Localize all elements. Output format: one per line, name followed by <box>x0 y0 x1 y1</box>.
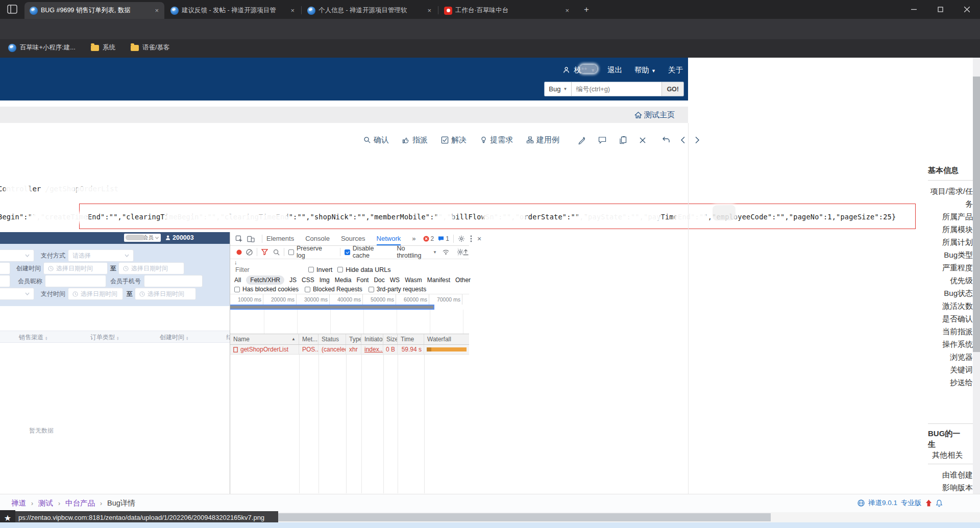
tab-bug-9699[interactable]: BUG #9699 销售订单列表, 数据 × <box>24 2 164 19</box>
type-chip[interactable]: CSS <box>302 276 314 284</box>
tab-workbench[interactable]: 工作台·百草味中台 × <box>439 2 575 19</box>
create-time-end[interactable]: 选择日期时间 <box>118 262 184 274</box>
create-time-start[interactable]: 选择日期时间 <box>43 262 108 274</box>
breadcrumb-test[interactable]: 测试 <box>38 498 53 508</box>
column-type[interactable]: Type <box>346 334 361 344</box>
tab-network[interactable]: Network <box>377 232 401 245</box>
network-filter-input[interactable] <box>234 266 300 274</box>
version-link[interactable]: 禅道9.0.1 <box>868 498 897 508</box>
network-request-row[interactable]: getShopOrderList POS... (canceled) xhr i… <box>230 345 469 355</box>
type-chip[interactable]: Fetch/XHR <box>246 275 284 285</box>
new-tab-button[interactable]: + <box>584 5 589 15</box>
column-header[interactable]: 创建时间▲▼ <box>160 333 188 342</box>
bookmark-bcw-miniapp[interactable]: 百草味+小程序:建... <box>8 43 76 52</box>
tab-close-icon[interactable]: × <box>564 7 571 14</box>
breadcrumb-product[interactable]: 中台产品 <box>65 498 95 508</box>
pay-method-select[interactable]: 请选择 <box>68 249 134 262</box>
devtools-settings-icon[interactable] <box>458 235 465 242</box>
comment-icon[interactable] <box>598 136 606 144</box>
cutoff-select[interactable] <box>0 249 34 262</box>
inspect-element-icon[interactable] <box>235 235 243 243</box>
type-chip[interactable]: JS <box>289 276 297 284</box>
cutoff-input[interactable] <box>0 262 10 274</box>
tab-sources[interactable]: Sources <box>341 232 365 245</box>
pay-time-start[interactable]: 选择日期时间 <box>68 288 123 300</box>
column-name[interactable]: Name▲ <box>230 334 299 344</box>
third-party-checkbox[interactable] <box>369 287 374 292</box>
hide-data-urls-checkbox[interactable] <box>337 267 343 272</box>
type-chip[interactable]: Img <box>320 276 330 284</box>
devtools-close-icon[interactable]: × <box>477 235 481 243</box>
tab-close-icon[interactable]: × <box>426 7 433 14</box>
breadcrumb-zentao[interactable]: 禅道 <box>11 498 26 508</box>
tab-profile[interactable]: 个人信息 - 禅道开源项目管理软 × <box>302 2 437 19</box>
type-chip[interactable]: All <box>234 276 241 284</box>
edition-link[interactable]: 专业版 <box>901 498 922 508</box>
tab-bug-life[interactable]: BUG的一生 <box>928 428 965 449</box>
column-header[interactable]: 销售渠道▲▼ <box>19 333 47 342</box>
column-waterfall[interactable]: Waterfall <box>424 334 469 344</box>
next-icon[interactable] <box>695 136 700 144</box>
bookmark-folder-system[interactable]: 系统 <box>91 43 115 52</box>
window-restore-button[interactable] <box>927 0 953 19</box>
tab-other-related[interactable]: 其他相关 <box>932 449 973 461</box>
error-badge-icon[interactable]: 2 <box>423 235 434 242</box>
column-size[interactable]: Size <box>383 334 398 344</box>
back-arrow-icon[interactable] <box>662 136 670 144</box>
column-method[interactable]: Met... <box>299 334 318 344</box>
request-initiator-cell[interactable]: index... <box>361 345 383 354</box>
member-mobile-input[interactable] <box>144 275 203 287</box>
invert-checkbox[interactable] <box>308 267 314 272</box>
tab-console[interactable]: Console <box>305 232 330 245</box>
prev-icon[interactable] <box>680 136 685 144</box>
logout-link[interactable]: 退出 <box>607 65 622 75</box>
cutoff-select[interactable] <box>0 288 34 300</box>
network-settings-icon[interactable] <box>457 248 464 256</box>
throttling-select[interactable]: No throttling▼ <box>397 245 437 259</box>
tab-elements[interactable]: Elements <box>266 232 294 245</box>
create-case-button[interactable]: 建用例 <box>526 135 559 145</box>
tab-feedback[interactable]: 建议反馈 - 发帖 - 禅道开源项目管 × <box>165 2 300 19</box>
type-chip[interactable]: Font <box>356 276 369 284</box>
column-status[interactable]: Status <box>318 334 346 344</box>
cutoff-input[interactable] <box>0 275 10 287</box>
copy-icon[interactable] <box>619 136 627 144</box>
delete-icon[interactable] <box>639 137 646 144</box>
search-input[interactable] <box>572 82 662 96</box>
tab-close-icon[interactable]: × <box>153 7 160 14</box>
devtools-menu-icon[interactable] <box>470 235 472 242</box>
about-link[interactable]: 关于 <box>668 65 683 75</box>
member-nick-input[interactable] <box>45 275 106 287</box>
filter-icon[interactable] <box>261 249 268 255</box>
pay-time-end[interactable]: 选择日期时间 <box>135 288 196 300</box>
assign-button[interactable]: 指派 <box>402 135 428 145</box>
window-close-button[interactable] <box>953 0 980 19</box>
device-toolbar-icon[interactable] <box>247 235 255 242</box>
request-name-cell[interactable]: getShopOrderList <box>230 345 299 354</box>
column-time[interactable]: Time <box>398 334 424 344</box>
clear-icon[interactable] <box>246 249 253 256</box>
type-chip[interactable]: Other <box>455 276 471 284</box>
raise-story-button[interactable]: 提需求 <box>480 135 513 145</box>
tab-actions-icon[interactable] <box>7 5 17 14</box>
help-menu[interactable]: 帮助 ▼ <box>634 65 656 75</box>
upgrade-arrow-icon[interactable] <box>925 499 932 507</box>
blocked-requests-checkbox[interactable] <box>305 287 310 292</box>
resolve-button[interactable]: 解决 <box>441 135 467 145</box>
confirm-button[interactable]: 确认 <box>363 135 389 145</box>
type-chip[interactable]: Doc <box>374 276 384 284</box>
more-tabs-icon[interactable]: » <box>412 232 415 245</box>
sort-icon[interactable]: ▲▼ <box>116 336 119 340</box>
network-conditions-icon[interactable] <box>442 249 450 255</box>
search-icon[interactable] <box>273 249 280 256</box>
sort-icon[interactable]: ▲▼ <box>186 336 188 340</box>
test-home-link[interactable]: 测试主页 <box>644 110 675 120</box>
message-badge-icon[interactable]: 1 <box>438 235 449 242</box>
type-chip[interactable]: Wasm <box>405 276 422 284</box>
sort-icon[interactable]: ▲▼ <box>45 336 47 340</box>
tab-close-icon[interactable]: × <box>289 7 296 14</box>
go-button[interactable]: GO! <box>662 82 683 96</box>
edit-icon[interactable] <box>578 136 586 144</box>
column-header[interactable]: 结 <box>226 333 230 342</box>
app-topbar-select[interactable]: 会员 <box>124 234 161 242</box>
